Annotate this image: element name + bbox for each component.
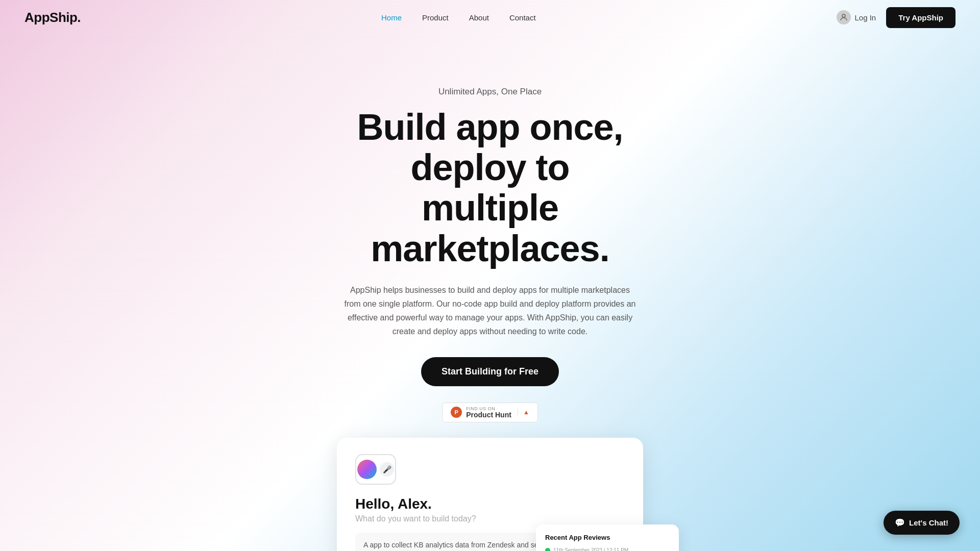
review-meta-1: 11th September 2023 | 12:11 PM (545, 547, 670, 551)
review-date-1: 11th September 2023 | 12:11 PM (553, 547, 628, 551)
chat-prompt: What do you want to build today? (355, 514, 625, 523)
try-appship-button[interactable]: Try AppShip (886, 7, 955, 28)
login-label: Log In (855, 13, 876, 22)
ph-upvote: ▲ (518, 409, 529, 416)
navbar: AppShip. Home Product About Contact Log … (0, 0, 980, 35)
orb-circle (357, 460, 377, 479)
nav-contact[interactable]: Contact (509, 13, 536, 22)
mic-icon: 🎤 (380, 462, 394, 477)
nav-about[interactable]: About (469, 13, 489, 22)
cta-section: Start Building for Free P FIND US ON Pro… (311, 357, 669, 422)
hero-content: Unlimited Apps, One Place Build app once… (311, 41, 669, 422)
start-building-button[interactable]: Start Building for Free (421, 357, 559, 386)
chat-greeting: Hello, Alex. (355, 496, 625, 512)
reviews-card: Recent App Reviews 11th September 2023 |… (536, 524, 679, 551)
nav-product[interactable]: Product (422, 13, 449, 22)
hero-subtitle: Unlimited Apps, One Place (311, 87, 669, 97)
login-button[interactable]: Log In (837, 10, 876, 24)
chat-orb: 🎤 (355, 454, 396, 485)
logo[interactable]: AppShip. (24, 10, 81, 26)
ph-name-text: Product Hunt (466, 411, 511, 418)
user-icon (837, 10, 851, 24)
hero-description: AppShip helps businesses to build and de… (342, 283, 638, 339)
chat-avatar-row: 🎤 (355, 454, 625, 485)
reviews-title: Recent App Reviews (545, 534, 670, 541)
review-item: 11th September 2023 | 12:11 PM Very Help… (545, 547, 670, 551)
nav-home[interactable]: Home (381, 13, 402, 22)
lets-chat-label: Let's Chat! (909, 518, 948, 527)
product-hunt-badge[interactable]: P FIND US ON Product Hunt ▲ (442, 403, 538, 422)
hero-section: Unlimited Apps, One Place Build app once… (0, 0, 980, 551)
app-preview: 🎤 Hello, Alex. What do you want to build… (311, 438, 669, 552)
nav-links: Home Product About Contact (381, 13, 536, 22)
lets-chat-button[interactable]: 💬 Let's Chat! (884, 511, 960, 535)
product-hunt-logo: P (451, 407, 462, 418)
positive-dot (545, 548, 550, 551)
hero-title: Build app once, deploy to multiple marke… (311, 107, 669, 269)
nav-right: Log In Try AppShip (837, 7, 956, 28)
chat-bubble-icon: 💬 (895, 518, 905, 528)
svg-point-0 (842, 14, 845, 17)
